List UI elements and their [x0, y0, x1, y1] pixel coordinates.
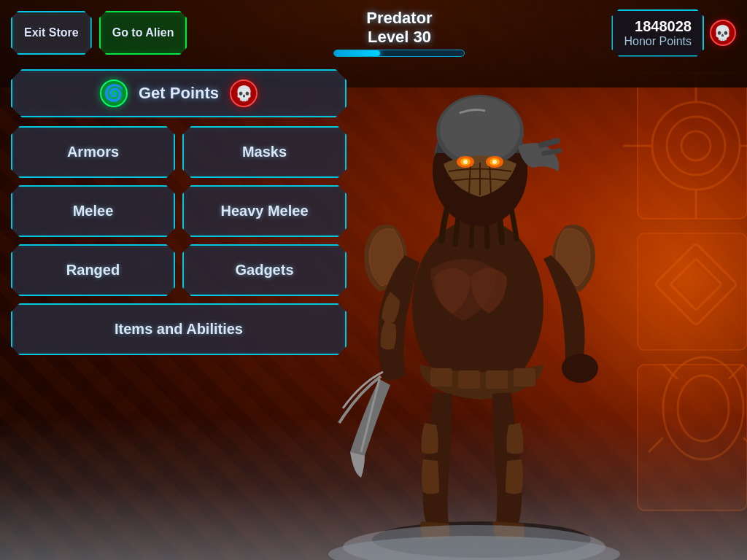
player-level: Level 30 — [333, 28, 465, 47]
store-panel: 🌀 Get Points 💀 Armors Masks Melee Heavy … — [11, 69, 347, 355]
armors-button[interactable]: Armors — [11, 126, 175, 178]
ranged-button[interactable]: Ranged — [11, 244, 175, 296]
svg-point-34 — [562, 354, 598, 383]
get-points-button[interactable]: 🌀 Get Points 💀 — [11, 69, 347, 117]
items-abilities-button[interactable]: Items and Abilities — [11, 303, 347, 355]
svg-point-31 — [492, 160, 497, 164]
honor-points-label: Honor Points — [624, 35, 692, 48]
heavy-melee-button[interactable]: Heavy Melee — [182, 185, 347, 237]
svg-point-30 — [463, 160, 468, 164]
xp-bar-container — [333, 50, 465, 57]
get-points-label: Get Points — [139, 84, 219, 103]
honor-skull-icon: 💀 — [710, 20, 736, 46]
honor-points-value: 1848028 — [624, 18, 692, 35]
svg-rect-35 — [430, 368, 452, 386]
header-right: 1848028 Honor Points 💀 — [611, 9, 736, 57]
store-row-2: Melee Heavy Melee — [11, 185, 347, 237]
xp-bar-fill — [334, 50, 379, 56]
player-name: Predator — [333, 9, 465, 28]
go-to-alien-button[interactable]: Go to Alien — [99, 11, 187, 55]
svg-point-22 — [440, 97, 520, 163]
svg-rect-32 — [538, 137, 560, 148]
melee-button[interactable]: Melee — [11, 185, 175, 237]
honor-container: 1848028 Honor Points — [611, 9, 704, 57]
gadgets-button[interactable]: Gadgets — [182, 244, 347, 296]
exit-store-button[interactable]: Exit Store — [11, 11, 92, 55]
red-skull-icon: 💀 — [230, 79, 258, 107]
svg-rect-37 — [486, 370, 508, 389]
green-spiral-icon: 🌀 — [100, 79, 128, 107]
header: Exit Store Go to Alien Predator Level 30… — [0, 0, 747, 66]
player-info: Predator Level 30 — [333, 9, 465, 57]
svg-rect-38 — [514, 368, 535, 386]
svg-rect-36 — [458, 370, 480, 389]
header-left-buttons: Exit Store Go to Alien — [11, 11, 187, 55]
store-row-3: Ranged Gadgets — [11, 244, 347, 296]
store-row-1: Armors Masks — [11, 126, 347, 178]
masks-button[interactable]: Masks — [182, 126, 347, 178]
